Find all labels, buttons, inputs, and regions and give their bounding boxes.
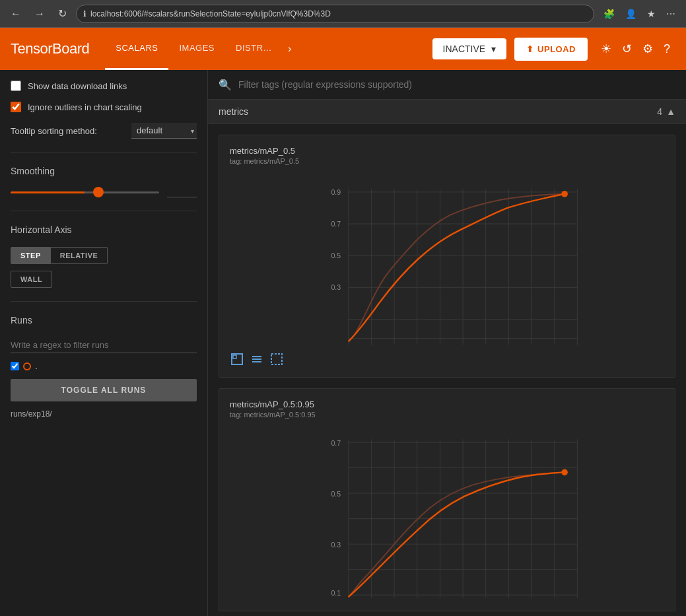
run-color-dot-outline — [23, 362, 31, 370]
smoothing-section: Smoothing 0.6 — [11, 166, 197, 197]
tooltip-select-wrapper: defaultascendingdescendingnearest ▾ — [131, 123, 197, 139]
expand-chart-button-map05[interactable] — [230, 352, 244, 366]
profile-button[interactable]: 👤 — [621, 6, 640, 22]
relative-button[interactable]: RELATIVE — [51, 247, 108, 264]
chart-wrapper-map05: 0.9 0.7 0.5 0.3 0 2 4 6 8 10 12 — [230, 173, 664, 347]
nav-tab-images[interactable]: IMAGES — [168, 28, 225, 70]
address-bar[interactable]: ℹ localhost:6006/#scalars&runSelectionSt… — [76, 5, 594, 23]
inactive-select[interactable]: INACTIVEACTIVE — [443, 44, 486, 54]
list-icon — [251, 353, 263, 365]
svg-text:0.5: 0.5 — [331, 252, 341, 259]
metrics-section-name: metrics — [219, 106, 248, 117]
chart-wrapper-map0595: 0.7 0.5 0.3 0.1 0 2 4 6 8 10 12 — [230, 427, 664, 600]
ignore-outliers-checkbox[interactable] — [11, 102, 21, 112]
search-icon: 🔍 — [219, 79, 232, 91]
show-download-links-checkbox-row[interactable]: Show data download links — [11, 81, 197, 91]
expand-icon — [231, 353, 243, 365]
run-dot-label: . — [35, 361, 38, 371]
lock-icon: ℹ — [83, 9, 86, 18]
smoothing-value-input[interactable]: 0.6 — [167, 187, 197, 197]
bookmark-button[interactable]: ★ — [643, 6, 660, 22]
upload-button[interactable]: ⬆ UPLOAD — [514, 38, 588, 61]
metrics-section-header: metrics 4 ▲ — [208, 100, 686, 124]
svg-text:0.9: 0.9 — [331, 188, 341, 196]
svg-text:0.1: 0.1 — [331, 589, 341, 597]
svg-text:0.3: 0.3 — [331, 541, 341, 549]
tooltip-sorting-row: Tooltip sorting method: defaultascending… — [11, 123, 197, 139]
ignore-outliers-label: Ignore outliers in chart scaling — [28, 102, 142, 112]
toolbar: TensorBoard SCALARS IMAGES DISTR… › INAC… — [0, 28, 686, 70]
extensions-button[interactable]: 🧩 — [600, 6, 619, 22]
svg-point-32 — [561, 191, 568, 197]
chart-card-map0595: metrics/mAP_0.5:0.95 tag: metrics/mAP_0.… — [219, 388, 675, 611]
brightness-button[interactable]: ☀ — [596, 36, 617, 61]
svg-text:0.3: 0.3 — [331, 283, 341, 291]
back-button[interactable]: ← — [7, 5, 25, 22]
run-filter-row: . — [11, 360, 197, 372]
chart-title-map05: metrics/mAP_0.5 — [230, 146, 664, 156]
upload-label: UPLOAD — [537, 44, 576, 54]
main-content: Show data download links Ignore outliers… — [0, 70, 686, 616]
chart-tag-map05: tag: metrics/mAP_0.5 — [230, 157, 664, 165]
wall-button[interactable]: WALL — [11, 271, 52, 288]
horizontal-axis-label: Horizontal Axis — [11, 224, 197, 235]
list-chart-button-map05[interactable] — [250, 352, 264, 366]
charts-grid: metrics/mAP_0.5 tag: metrics/mAP_0.5 — [208, 124, 686, 616]
inactive-selector[interactable]: INACTIVEACTIVE ▾ — [432, 38, 506, 59]
tooltip-sorting-label: Tooltip sorting method: — [11, 126, 125, 136]
axis-buttons: STEP RELATIVE — [11, 247, 197, 264]
svg-text:0.7: 0.7 — [331, 220, 341, 228]
tooltip-select[interactable]: defaultascendingdescendingnearest — [131, 123, 197, 139]
settings-tb-button[interactable]: ⚙ — [637, 36, 658, 61]
chart-toolbar-map05 — [230, 352, 664, 366]
svg-rect-38 — [271, 354, 282, 364]
upload-icon: ⬆ — [526, 44, 534, 54]
nav-tabs: SCALARS IMAGES DISTR… › — [105, 28, 432, 70]
chart-svg-map05: 0.9 0.7 0.5 0.3 0 2 4 6 8 10 12 — [230, 173, 664, 345]
refresh-button[interactable]: ↻ — [54, 5, 71, 22]
show-download-links-label: Show data download links — [28, 81, 127, 91]
sidebar: Show data download links Ignore outliers… — [0, 70, 208, 616]
tensorboard-logo: TensorBoard — [11, 40, 89, 57]
svg-rect-34 — [233, 355, 236, 359]
forward-button[interactable]: → — [30, 5, 49, 22]
charts-area: 🔍 metrics 4 ▲ metrics/mAP_0.5 tag: metri… — [208, 70, 686, 616]
chart-tag-map0595: tag: metrics/mAP_0.5:0.95 — [230, 411, 664, 419]
runs-section: Runs . TOGGLE ALL RUNS runs/exp18/ — [11, 315, 197, 420]
nav-tab-scalars[interactable]: SCALARS — [105, 28, 168, 70]
nav-tab-distributions[interactable]: DISTR… — [225, 28, 283, 70]
section-count: 4 ▲ — [657, 106, 675, 117]
divider-1 — [11, 152, 197, 153]
runs-filter-input[interactable] — [11, 337, 197, 353]
divider-3 — [11, 301, 197, 302]
browser-actions: 🧩 👤 ★ ⋯ — [600, 6, 679, 22]
select-chart-button-map05[interactable] — [269, 352, 284, 366]
chart-title-map0595: metrics/mAP_0.5:0.95 — [230, 399, 664, 409]
inactive-arrow-icon: ▾ — [491, 44, 496, 54]
runs-label: Runs — [11, 315, 197, 325]
refresh-tb-button[interactable]: ↺ — [617, 36, 637, 61]
filter-bar: 🔍 — [208, 70, 686, 100]
tensorboard-app: TensorBoard SCALARS IMAGES DISTR… › INAC… — [0, 28, 686, 616]
select-region-icon — [271, 353, 283, 365]
horizontal-axis-section: Horizontal Axis STEP RELATIVE WALL — [11, 224, 197, 288]
smoothing-row: 0.6 — [11, 187, 197, 197]
nav-more-button[interactable]: › — [283, 43, 296, 55]
chart-card-map05: metrics/mAP_0.5 tag: metrics/mAP_0.5 — [219, 135, 675, 378]
collapse-icon[interactable]: ▲ — [666, 106, 675, 117]
settings-button[interactable]: ⋯ — [662, 6, 679, 22]
smoothing-slider[interactable] — [11, 191, 159, 193]
toggle-all-runs-button[interactable]: TOGGLE ALL RUNS — [11, 379, 197, 401]
help-button[interactable]: ? — [658, 37, 675, 61]
run-item: runs/exp18/ — [11, 408, 197, 420]
url-text: localhost:6006/#scalars&runSelectionStat… — [90, 9, 331, 18]
show-download-links-checkbox[interactable] — [11, 81, 21, 91]
chart-svg-map0595: 0.7 0.5 0.3 0.1 0 2 4 6 8 10 12 — [230, 427, 664, 598]
filter-tags-input[interactable] — [238, 77, 675, 92]
smoothing-label: Smoothing — [11, 166, 197, 176]
step-button[interactable]: STEP — [11, 247, 51, 264]
browser-chrome: ← → ↻ ℹ localhost:6006/#scalars&runSelec… — [0, 0, 686, 28]
ignore-outliers-checkbox-row[interactable]: Ignore outliers in chart scaling — [11, 102, 197, 112]
run-checkbox[interactable] — [11, 362, 19, 370]
svg-text:0.5: 0.5 — [331, 490, 341, 498]
